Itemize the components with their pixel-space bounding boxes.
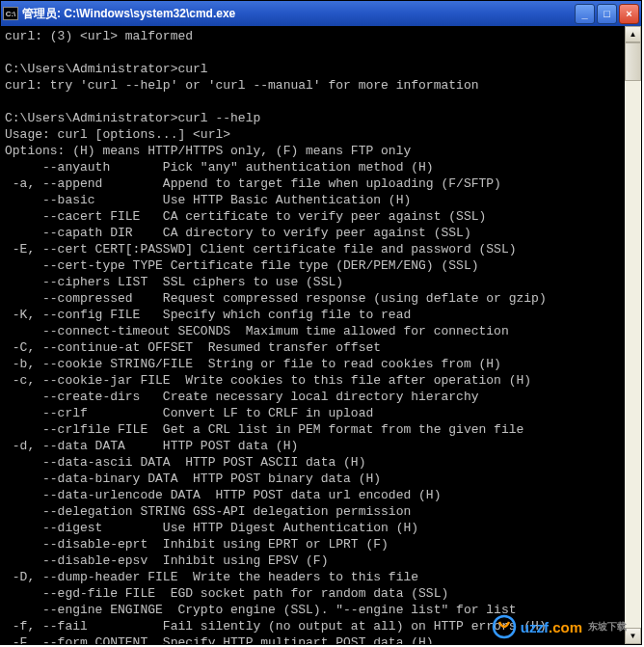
scroll-thumb[interactable] — [625, 42, 641, 81]
terminal-line: C:\Users\Administrator>curl — [5, 61, 637, 77]
vertical-scrollbar: ▲ ▼ — [625, 26, 641, 644]
terminal-line: --cacert FILE CA certificate to verify p… — [5, 208, 637, 225]
terminal-output[interactable]: curl: (3) <url> malformed C:\Users\Admin… — [1, 26, 641, 644]
terminal-line: --data-ascii DATA HTTP POST ASCII data (… — [5, 454, 637, 471]
terminal-line: -K, --config FILE Specify which config f… — [5, 307, 637, 323]
terminal-line: Options: (H) means HTTP/HTTPS only, (F) … — [5, 143, 637, 159]
terminal-line: --anyauth Pick "any" authentication meth… — [5, 159, 637, 175]
terminal-line — [5, 94, 637, 110]
watermark: uzzf.com 东坡下载 — [492, 614, 627, 639]
terminal-line: -D, --dump-header FILE Write the headers… — [5, 569, 637, 585]
terminal-line: --digest Use HTTP Digest Authentication … — [5, 520, 637, 536]
terminal-line: --capath DIR CA directory to verify peer… — [5, 225, 637, 241]
terminal-line: -C, --continue-at OFFSET Resumed transfe… — [5, 339, 637, 356]
watermark-logo-icon — [492, 614, 517, 639]
terminal-line: --compressed Request compressed response… — [5, 290, 637, 307]
window-controls: _ □ × — [575, 4, 639, 24]
terminal-line: --disable-epsv Inhibit using EPSV (F) — [5, 553, 637, 569]
watermark-text: uzzf.com — [521, 619, 582, 635]
scroll-track[interactable] — [625, 42, 641, 628]
watermark-subtitle: 东坡下载 — [588, 620, 627, 634]
terminal-line: -a, --append Append to target file when … — [5, 175, 637, 192]
terminal-line: -b, --cookie STRING/FILE String or file … — [5, 356, 637, 372]
terminal-line: --basic Use HTTP Basic Authentication (H… — [5, 192, 637, 208]
terminal-line: -E, --cert CERT[:PASSWD] Client certific… — [5, 241, 637, 257]
scroll-up-button[interactable]: ▲ — [625, 26, 641, 42]
cmd-icon: C:\ — [3, 7, 18, 20]
minimize-button[interactable]: _ — [575, 4, 595, 24]
terminal-line: --data-binary DATA HTTP POST binary data… — [5, 471, 637, 487]
terminal-line: curl: (3) <url> malformed — [5, 28, 637, 44]
terminal-line: --create-dirs Create necessary local dir… — [5, 389, 637, 405]
terminal-line: C:\Users\Administrator>curl --help — [5, 110, 637, 126]
maximize-button[interactable]: □ — [597, 4, 617, 24]
close-button[interactable]: × — [619, 4, 639, 24]
terminal-line: curl: try 'curl --help' or 'curl --manua… — [5, 77, 637, 94]
terminal-line: --connect-timeout SECONDS Maximum time a… — [5, 323, 637, 339]
terminal-line: -d, --data DATA HTTP POST data (H) — [5, 438, 637, 454]
cmd-window: C:\ 管理员: C:\Windows\system32\cmd.exe _ □… — [0, 0, 642, 645]
terminal-line: --cert-type TYPE Certificate file type (… — [5, 257, 637, 274]
titlebar[interactable]: C:\ 管理员: C:\Windows\system32\cmd.exe _ □… — [1, 1, 641, 26]
terminal-line: --egd-file FILE EGD socket path for rand… — [5, 585, 637, 602]
scroll-down-button[interactable]: ▼ — [625, 628, 641, 644]
terminal-line: --crlf Convert LF to CRLF in upload — [5, 405, 637, 421]
terminal-line: --crlfile FILE Get a CRL list in PEM for… — [5, 421, 637, 438]
terminal-line: -c, --cookie-jar FILE Write cookies to t… — [5, 372, 637, 389]
terminal-line: --disable-eprt Inhibit using EPRT or LPR… — [5, 536, 637, 553]
terminal-line: --delegation STRING GSS-API delegation p… — [5, 503, 637, 520]
terminal-line: --data-urlencode DATA HTTP POST data url… — [5, 487, 637, 503]
terminal-line: Usage: curl [options...] <url> — [5, 126, 637, 143]
terminal-line: --ciphers LIST SSL ciphers to use (SSL) — [5, 274, 637, 290]
window-title: 管理员: C:\Windows\system32\cmd.exe — [22, 6, 575, 22]
terminal-line — [5, 44, 637, 61]
